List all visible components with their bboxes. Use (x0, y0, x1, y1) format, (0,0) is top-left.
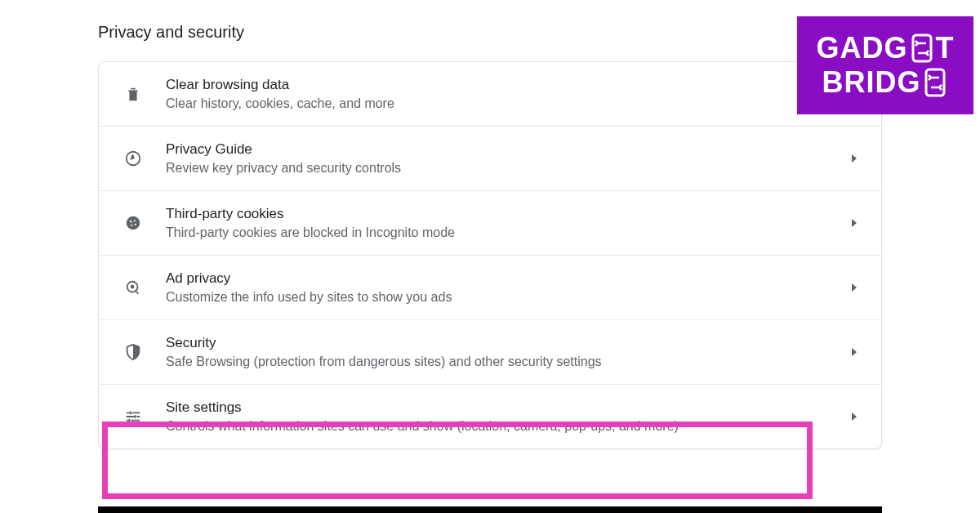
svg-point-5 (135, 224, 136, 225)
row-title: Third-party cookies (166, 206, 852, 222)
row-site-settings[interactable]: Site settings Controls what information … (99, 385, 881, 448)
chevron-right-icon (852, 219, 857, 227)
row-privacy-guide[interactable]: Privacy Guide Review key privacy and sec… (99, 127, 881, 191)
row-title: Clear browsing data (166, 77, 865, 93)
row-desc: Safe Browsing (protection from dangerous… (166, 355, 852, 369)
trash-icon (123, 84, 143, 104)
bottom-bar (98, 506, 882, 513)
row-title: Site settings (166, 399, 852, 416)
chevron-right-icon (852, 413, 857, 421)
row-title: Security (166, 335, 852, 351)
svg-point-2 (130, 221, 131, 222)
gadget-bridge-logo: GADG T BRIDG (797, 16, 973, 114)
row-desc: Clear history, cookies, cache, and more (166, 96, 865, 111)
sliders-icon (123, 407, 143, 426)
row-text: Security Safe Browsing (protection from … (143, 335, 852, 369)
row-desc: Controls what information sites can use … (166, 419, 852, 434)
ad-target-icon (123, 278, 143, 297)
svg-point-3 (134, 220, 136, 221)
logo-text: GADG (817, 33, 908, 63)
logo-text: T (936, 33, 955, 63)
chevron-right-icon (852, 154, 857, 163)
row-desc: Third-party cookies are blocked in Incog… (166, 225, 852, 240)
row-text: Ad privacy Customize the info used by si… (143, 270, 852, 305)
svg-point-4 (131, 225, 132, 226)
shield-icon (123, 342, 143, 362)
cookie-icon (123, 213, 143, 233)
row-desc: Customize the info used by sites to show… (166, 290, 852, 305)
chevron-right-icon (852, 283, 857, 292)
logo-glyph-icon (921, 66, 949, 99)
row-clear-browsing-data[interactable]: Clear browsing data Clear history, cooki… (99, 62, 881, 127)
svg-point-1 (127, 216, 140, 230)
row-text: Site settings Controls what information … (143, 399, 852, 434)
row-third-party-cookies[interactable]: Third-party cookies Third-party cookies … (99, 191, 881, 256)
logo-line-2: BRIDG (822, 65, 949, 100)
svg-rect-8 (913, 35, 931, 61)
logo-line-1: GADG T (817, 31, 955, 65)
row-text: Privacy Guide Review key privacy and sec… (143, 141, 852, 176)
row-ad-privacy[interactable]: Ad privacy Customize the info used by si… (99, 256, 881, 320)
compass-icon (123, 149, 143, 168)
row-text: Third-party cookies Third-party cookies … (143, 206, 852, 240)
row-desc: Review key privacy and security controls (166, 161, 852, 176)
privacy-card: Clear browsing data Clear history, cooki… (98, 61, 882, 449)
row-title: Privacy Guide (166, 141, 852, 158)
svg-rect-9 (926, 69, 944, 96)
row-text: Clear browsing data Clear history, cooki… (143, 77, 865, 111)
row-title: Ad privacy (166, 270, 852, 287)
chevron-right-icon (852, 348, 857, 356)
svg-point-7 (131, 285, 135, 289)
logo-glyph-icon (908, 32, 936, 65)
logo-text: BRIDG (822, 68, 921, 97)
row-security[interactable]: Security Safe Browsing (protection from … (99, 320, 881, 385)
